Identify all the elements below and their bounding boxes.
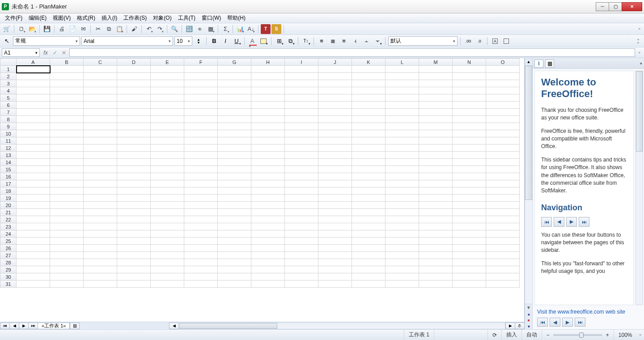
cell[interactable] [486,187,520,195]
cell[interactable] [151,252,184,259]
zoom-out-button[interactable]: − [547,332,550,338]
cell[interactable] [486,202,520,209]
cell[interactable] [218,166,251,173]
cell[interactable] [218,238,251,245]
col-header[interactable]: E [151,59,184,66]
cell[interactable] [218,130,251,137]
cell[interactable] [17,187,50,195]
row-header[interactable]: 2 [0,73,17,80]
cell[interactable] [50,280,84,288]
fill-color-button[interactable] [258,36,268,46]
cell[interactable] [318,152,352,159]
format-paint-button[interactable]: 🖌 [129,24,139,34]
row-header[interactable]: 24 [0,230,17,238]
cell[interactable] [151,94,184,102]
cell[interactable] [218,94,251,102]
row-header[interactable]: 3 [0,80,17,87]
cell[interactable] [318,252,352,259]
cell[interactable] [419,273,453,280]
cell[interactable] [486,166,520,173]
cell[interactable] [17,80,50,87]
cell[interactable] [84,266,117,273]
cell[interactable] [50,102,84,109]
cell[interactable] [453,245,486,252]
cell[interactable] [285,87,318,94]
cell[interactable] [117,144,151,152]
decrease-decimal-button[interactable]: .00 [463,36,473,46]
cell[interactable] [419,94,453,102]
cell[interactable] [251,109,285,116]
cell[interactable] [453,259,486,266]
cell[interactable] [84,87,117,94]
cell[interactable] [318,195,352,202]
cell[interactable] [419,245,453,252]
cell[interactable] [251,266,285,273]
cell[interactable] [218,230,251,238]
col-header[interactable]: J [318,59,352,66]
status-insert[interactable]: 插入 [501,330,521,340]
cell[interactable] [453,159,486,166]
cell[interactable] [117,116,151,123]
cell[interactable] [50,245,84,252]
cell[interactable] [386,137,419,144]
cell[interactable] [17,159,50,166]
cell[interactable] [251,137,285,144]
row-header[interactable]: 6 [0,102,17,109]
cell[interactable] [318,80,352,87]
menu-format[interactable]: 格式(R) [74,13,98,23]
col-header[interactable]: M [419,59,453,66]
cell[interactable] [318,266,352,273]
cell[interactable] [50,80,84,87]
row-header[interactable]: 27 [0,252,17,259]
cell[interactable] [50,230,84,238]
cell[interactable] [419,209,453,216]
cell[interactable] [285,102,318,109]
cell[interactable] [285,73,318,80]
row-header[interactable]: 1 [0,66,17,73]
cell[interactable] [386,159,419,166]
cell[interactable] [151,180,184,187]
cell[interactable] [318,273,352,280]
cell[interactable] [17,223,50,230]
cell[interactable] [117,202,151,209]
col-header[interactable]: A [17,59,50,66]
cell[interactable] [218,223,251,230]
cell[interactable] [419,144,453,152]
cell[interactable] [84,209,117,216]
cell[interactable] [419,137,453,144]
cell[interactable] [84,252,117,259]
cell[interactable] [419,259,453,266]
cell[interactable] [352,252,386,259]
cell[interactable] [184,266,218,273]
cell[interactable] [218,266,251,273]
cell[interactable] [117,94,151,102]
cell[interactable] [486,195,520,202]
cell[interactable] [318,116,352,123]
cell[interactable] [419,80,453,87]
hscroll-thumb[interactable] [179,323,277,329]
cell[interactable] [184,187,218,195]
cell[interactable] [251,66,285,73]
cell[interactable] [17,273,50,280]
cell[interactable] [386,259,419,266]
cell[interactable] [117,130,151,137]
cell[interactable] [386,66,419,73]
cell[interactable] [453,73,486,80]
col-header[interactable]: G [218,59,251,66]
cell[interactable] [453,202,486,209]
cell[interactable] [318,180,352,187]
cell[interactable] [486,230,520,238]
cell[interactable] [251,259,285,266]
cell[interactable] [184,152,218,159]
cell[interactable] [419,280,453,288]
cell[interactable] [117,280,151,288]
valign-mid-button[interactable]: ⫠ [361,36,371,46]
vscroll-down[interactable]: ▼ [525,304,532,310]
cell[interactable] [218,102,251,109]
cell[interactable] [386,238,419,245]
row-header[interactable]: 22 [0,216,17,223]
cell[interactable] [17,87,50,94]
cell[interactable] [17,238,50,245]
cell[interactable] [251,238,285,245]
cell[interactable] [486,80,520,87]
